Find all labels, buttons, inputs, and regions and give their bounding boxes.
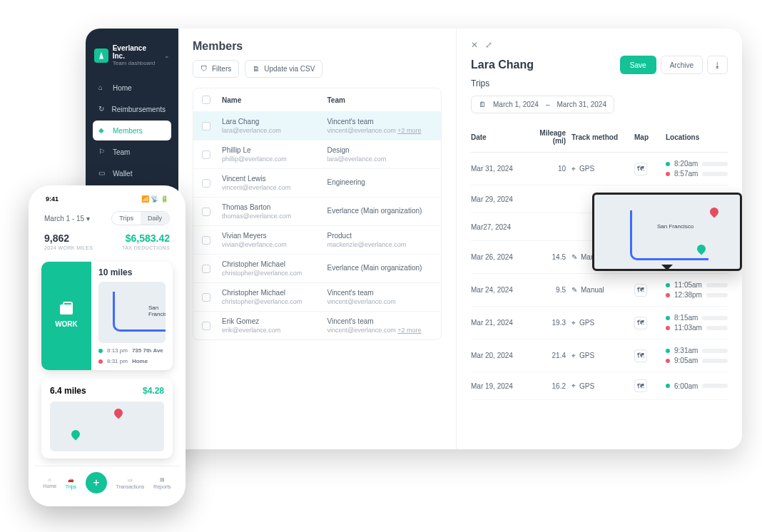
trip-map-thumbnail — [50, 401, 164, 451]
trip-start-time: 11:05am — [674, 281, 702, 289]
phone-date-range[interactable]: March 1 - 15 ▾ — [44, 215, 90, 222]
phone-segment[interactable]: Trips Daily — [111, 211, 170, 225]
table-row[interactable]: Erik Gomezerik@everlance.comVincent's te… — [193, 311, 441, 339]
segment-trips[interactable]: Trips — [112, 212, 141, 225]
fab-add-button[interactable]: + — [86, 472, 107, 493]
member-team: Product — [327, 232, 433, 240]
members-panel: Members ⛉Filters 🗎Update via CSV Name Te… — [178, 29, 457, 449]
table-row[interactable]: Christopher Michaelchristopher@everlance… — [193, 282, 441, 311]
member-team: Everlance (Main organization) — [327, 264, 433, 272]
trip-row[interactable]: Mar 31, 202410⌖ GPS🗺8:20am8:57am — [471, 153, 728, 185]
table-row[interactable]: Vincent Lewisvincent@everlance.comEngine… — [193, 168, 441, 197]
segment-daily[interactable]: Daily — [141, 212, 169, 225]
trip-start-time: 9:31am — [674, 347, 698, 354]
member-name: Vivian Meyers — [222, 232, 327, 240]
nav-icon: ◆ — [98, 126, 107, 135]
trip-row[interactable]: Mar 20, 202421.4⌖ GPS🗺9:31am9:05am — [471, 339, 728, 372]
table-row[interactable]: Phillip Lephillip@everlance.comDesignlar… — [193, 140, 441, 168]
gps-icon: ✎ — [572, 253, 577, 261]
tab-transactions[interactable]: ▭Transactions — [116, 477, 145, 489]
table-row[interactable]: Thomas Bartonthomas@everlance.comEverlan… — [193, 197, 441, 225]
row-checkbox[interactable] — [202, 150, 210, 159]
map-icon: 🗺 — [637, 286, 644, 294]
trip-card[interactable]: WORK 10 miles San Francisco 8:13 pm735 7… — [41, 262, 173, 370]
col-date: Date — [471, 133, 521, 141]
trip-date: Mar 19, 2024 — [471, 382, 521, 390]
sidebar-item-members[interactable]: ◆Members — [93, 121, 171, 140]
archive-button[interactable]: Archive — [661, 56, 703, 74]
tab-reports[interactable]: ▤Reports — [153, 477, 171, 489]
member-email: christopher@everlance.com — [222, 270, 327, 277]
row-checkbox[interactable] — [202, 122, 210, 131]
close-icon[interactable]: ✕ — [471, 40, 478, 50]
trip-row[interactable]: Mar 19, 202416.2⌖ GPS🗺6:00am — [471, 372, 728, 400]
sidebar-item-reimbursements[interactable]: ↻Reimbursements — [93, 99, 171, 119]
trip-map-button[interactable]: 🗺 — [634, 317, 647, 329]
sidebar-item-label: Reimbursements — [111, 106, 166, 113]
sidebar-item-home[interactable]: ⌂Home — [93, 78, 171, 98]
member-email: phillip@everlance.com — [222, 155, 327, 163]
table-row[interactable]: Lara Changlara@everlance.comVincent's te… — [193, 111, 441, 140]
row-checkbox[interactable] — [202, 293, 210, 302]
member-name: Thomas Barton — [222, 203, 327, 211]
map-icon: 🗺 — [637, 352, 644, 359]
trip-date: Mar 29, 2024 — [471, 195, 521, 203]
trip-date: Mar 24, 2024 — [471, 286, 521, 294]
nav-icon: ▭ — [98, 169, 107, 178]
trip-distance: 6.4 miles — [50, 386, 86, 396]
trip-start-time: 6:00am — [674, 382, 698, 390]
member-team-email: lara@everlance.com — [327, 155, 433, 163]
date-range-picker[interactable]: 🗓 March 1, 2024–March 31, 2024 — [471, 96, 614, 113]
members-table: Name Team Lara Changlara@everlance.comVi… — [193, 88, 442, 340]
map-pin-start-icon — [70, 429, 82, 441]
trip-date: Mar 20, 2024 — [471, 352, 521, 359]
trip-map-button[interactable]: 🗺 — [634, 284, 647, 297]
download-button[interactable]: ⭳ — [707, 56, 728, 74]
member-team-email: mackenzie@everlance.com — [327, 241, 433, 248]
sidebar-item-wallet[interactable]: ▭Wallet — [93, 163, 171, 183]
brand-switcher[interactable]: Everlance Inc. Team dashboard ⌄ — [93, 41, 171, 76]
member-team-email: vincent@everlance.com +2 more — [327, 127, 433, 134]
trip-end-time: 12:38pm — [674, 291, 702, 299]
member-email: lara@everlance.com — [222, 127, 327, 134]
sidebar-item-team[interactable]: ⚐Team — [93, 142, 171, 162]
trip-map-button[interactable]: 🗺 — [634, 163, 647, 175]
row-checkbox[interactable] — [202, 322, 210, 330]
map-pin-end-icon — [708, 206, 721, 218]
car-icon: 🚗 — [68, 477, 74, 483]
save-button[interactable]: Save — [620, 56, 656, 74]
sidebar-item-label: Home — [113, 84, 132, 92]
page-title: Members — [193, 40, 442, 53]
member-team: Engineering — [327, 178, 433, 186]
col-team: Team — [327, 96, 433, 104]
member-team: Design — [327, 146, 433, 154]
table-row[interactable]: Christopher Michaelchristopher@everlance… — [193, 254, 441, 282]
member-email: erik@everlance.com — [222, 327, 327, 334]
gps-icon: ⌖ — [572, 382, 576, 390]
col-locations: Locations — [666, 133, 728, 141]
row-checkbox[interactable] — [202, 179, 210, 188]
update-csv-button[interactable]: 🗎Update via CSV — [245, 60, 322, 78]
map-preview-popover: San Francisco — [592, 193, 742, 271]
trip-map-button[interactable]: 🗺 — [634, 379, 647, 392]
member-name: Lara Chang — [222, 118, 327, 126]
trip-row[interactable]: Mar 21, 202419.3⌖ GPS🗺8:15am11:03am — [471, 307, 728, 339]
trip-start-time: 8:15am — [674, 314, 698, 322]
expand-icon[interactable]: ⤢ — [485, 40, 492, 50]
trip-end-time: 11:03am — [674, 324, 702, 332]
member-team: Vincent's team — [327, 289, 433, 297]
trip-map-button[interactable]: 🗺 — [634, 349, 647, 362]
trip-row[interactable]: Mar 24, 20249.5✎ Manual🗺11:05am12:38pm — [471, 274, 728, 307]
row-checkbox[interactable] — [202, 208, 210, 216]
tab-trips[interactable]: 🚗Trips — [66, 477, 76, 489]
tab-home[interactable]: ⌂Home — [43, 477, 56, 488]
row-checkbox[interactable] — [202, 265, 210, 273]
filters-button[interactable]: ⛉Filters — [193, 60, 239, 78]
select-all-checkbox[interactable] — [202, 96, 210, 104]
phone-tabbar: ⌂Home 🚗Trips + ▭Transactions ▤Reports — [34, 466, 180, 501]
sidebar-item-label: Wallet — [113, 170, 132, 178]
table-row[interactable]: Vivian Meyersvivian@everlance.comProduct… — [193, 225, 441, 254]
trip-mileage: 21.4 — [527, 352, 566, 359]
row-checkbox[interactable] — [202, 236, 210, 245]
trip-card[interactable]: 6.4 miles$4.28 — [41, 379, 173, 459]
